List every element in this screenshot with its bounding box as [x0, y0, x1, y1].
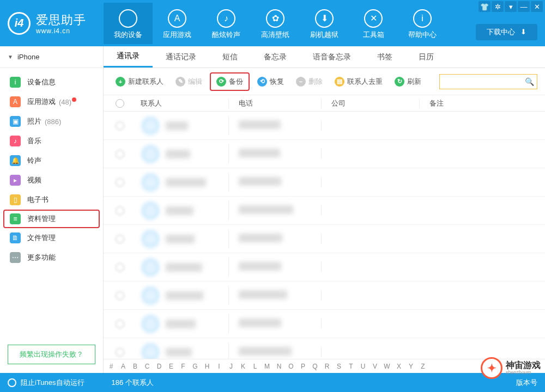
sidebar-item-3[interactable]: ♪音乐 [0, 131, 103, 151]
col-contact[interactable]: 联系人 [136, 99, 229, 108]
search-box[interactable]: 🔍 [439, 74, 537, 89]
dedupe-icon: ▤ [335, 77, 344, 87]
new-contact-button[interactable]: + 新建联系人 [111, 75, 168, 89]
alpha-T[interactable]: T [348, 363, 354, 370]
row-checkbox[interactable] [116, 178, 124, 187]
tab-6[interactable]: 日历 [405, 46, 447, 68]
alpha-F[interactable]: F [180, 363, 186, 370]
table-row[interactable] [104, 168, 545, 197]
backup-button[interactable]: ⟳ 备份 [210, 72, 250, 91]
tab-0[interactable]: 通讯录 [104, 46, 153, 68]
sidebar-item-6[interactable]: ▯电子书 [0, 190, 103, 210]
alpha-I[interactable]: I [216, 363, 222, 370]
shirt-icon[interactable]: 👕 [479, 1, 491, 12]
col-phone[interactable]: 电话 [229, 99, 322, 108]
nav-1[interactable]: A应用游戏 [153, 3, 202, 44]
col-company[interactable]: 公司 [322, 99, 420, 108]
sidebar-item-4[interactable]: 🔔铃声 [0, 151, 103, 170]
search-input[interactable] [443, 78, 525, 85]
contact-name [166, 348, 192, 357]
alpha-O[interactable]: O [288, 363, 294, 370]
row-checkbox[interactable] [116, 206, 124, 215]
alpha-U[interactable]: U [360, 363, 366, 370]
tab-2[interactable]: 短信 [209, 46, 251, 68]
row-checkbox[interactable] [116, 320, 124, 328]
alpha-R[interactable]: R [324, 363, 330, 370]
tab-4[interactable]: 语音备忘录 [300, 46, 364, 68]
tab-5[interactable]: 书签 [364, 46, 405, 68]
phone [239, 262, 281, 271]
refresh-button[interactable]: ↻ 刷新 [390, 75, 426, 89]
table-row[interactable] [104, 140, 545, 168]
nav-5[interactable]: ✕工具箱 [349, 3, 398, 44]
tab-1[interactable]: 通话记录 [153, 46, 209, 68]
sidebar-item-5[interactable]: ▸视频 [0, 170, 103, 190]
alpha-N[interactable]: N [276, 363, 282, 370]
nav-6[interactable]: i帮助中心 [398, 3, 447, 44]
table-row[interactable] [104, 281, 545, 310]
nav-icon: A [168, 9, 186, 28]
row-checkbox[interactable] [116, 235, 124, 243]
table-row[interactable] [104, 338, 545, 359]
nav-2[interactable]: ♪酷炫铃声 [202, 3, 251, 44]
sidebar-item-8[interactable]: 🗎文件管理 [0, 228, 103, 248]
select-all-checkbox[interactable] [116, 99, 124, 108]
alpha-H[interactable]: H [204, 363, 210, 370]
alpha-J[interactable]: J [228, 363, 234, 370]
dedupe-button[interactable]: ▤ 联系人去重 [330, 75, 387, 89]
alpha-A[interactable]: A [120, 363, 126, 370]
row-checkbox[interactable] [116, 291, 124, 300]
itunes-toggle[interactable]: 阻止iTunes自动运行 [8, 378, 84, 388]
alpha-Z[interactable]: Z [420, 363, 426, 370]
nav-3[interactable]: ✿高清壁纸 [251, 3, 300, 44]
sidebar-item-1[interactable]: A应用游戏(48) [0, 92, 103, 112]
alpha-M[interactable]: M [264, 363, 270, 370]
sidebar-item-2[interactable]: ▣照片(886) [0, 112, 103, 131]
avatar [141, 229, 160, 249]
alpha-B[interactable]: B [132, 363, 138, 370]
table-row[interactable] [104, 310, 545, 338]
alpha-L[interactable]: L [252, 363, 258, 370]
settings-icon[interactable]: ✲ [492, 1, 504, 12]
sidebar-icon: ♪ [10, 136, 21, 146]
minimize-icon[interactable]: — [518, 1, 530, 12]
titlebar: i4 爱思助手 www.i4.cn 我的设备A应用游戏♪酷炫铃声✿高清壁纸⬇刷机… [0, 0, 545, 46]
alpha-E[interactable]: E [168, 363, 174, 370]
row-checkbox[interactable] [116, 121, 124, 130]
dropdown-icon[interactable]: ▾ [505, 1, 517, 12]
sidebar-item-9[interactable]: ⋯更多功能 [0, 248, 103, 267]
table-row[interactable] [104, 197, 545, 225]
col-note[interactable]: 备注 [420, 99, 545, 108]
alpha-Q[interactable]: Q [312, 363, 318, 370]
alpha-#[interactable]: # [108, 363, 114, 370]
alpha-S[interactable]: S [336, 363, 342, 370]
row-checkbox[interactable] [116, 150, 124, 158]
download-center-button[interactable]: 下载中心 ⬇ [476, 24, 537, 40]
table-row[interactable] [104, 253, 545, 281]
alpha-K[interactable]: K [240, 363, 246, 370]
alpha-W[interactable]: W [384, 363, 390, 370]
alpha-V[interactable]: V [372, 363, 378, 370]
restore-button[interactable]: ⟲ 恢复 [253, 75, 288, 89]
sidebar-icon: ⋯ [10, 252, 21, 263]
table-row[interactable] [104, 112, 545, 140]
alpha-X[interactable]: X [396, 363, 402, 370]
nav-4[interactable]: ⬇刷机越狱 [300, 3, 349, 44]
table-row[interactable] [104, 225, 545, 253]
alpha-P[interactable]: P [300, 363, 306, 370]
sidebar-item-0[interactable]: i设备信息 [0, 72, 103, 92]
alpha-G[interactable]: G [192, 363, 198, 370]
row-checkbox[interactable] [116, 348, 124, 357]
alpha-Y[interactable]: Y [408, 363, 414, 370]
alpha-D[interactable]: D [156, 363, 162, 370]
avatar [141, 258, 160, 277]
tab-3[interactable]: 备忘录 [251, 46, 300, 68]
sidebar-item-7[interactable]: ≡资料管理 [3, 210, 100, 228]
close-icon[interactable]: ✕ [531, 1, 543, 12]
row-checkbox[interactable] [116, 263, 124, 272]
alpha-C[interactable]: C [144, 363, 150, 370]
device-selector[interactable]: ▼ iPhone [0, 46, 103, 68]
faq-link[interactable]: 频繁出现操作失败？ [8, 345, 95, 364]
nav-0[interactable]: 我的设备 [104, 3, 153, 44]
search-icon[interactable]: 🔍 [525, 77, 534, 86]
